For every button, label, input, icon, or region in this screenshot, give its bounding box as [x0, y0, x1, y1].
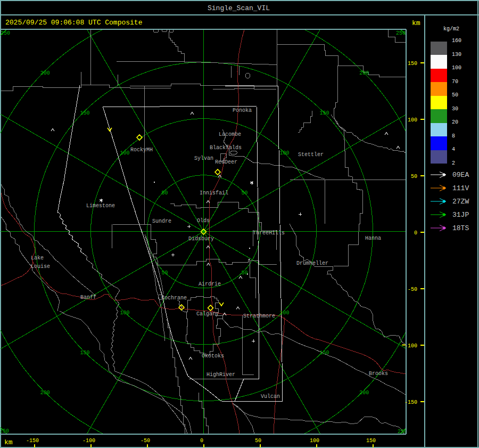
svg-text:Olds: Olds: [197, 218, 210, 224]
svg-text:Hanna: Hanna: [365, 235, 381, 241]
svg-text:Brooks: Brooks: [369, 371, 388, 377]
svg-text:50: 50: [241, 190, 247, 196]
svg-text:200: 200: [359, 70, 369, 76]
svg-text:50: 50: [241, 270, 247, 276]
svg-text:Sylvan: Sylvan: [194, 156, 213, 161]
svg-text:250: 250: [1, 428, 9, 434]
svg-text:RockyMH: RockyMH: [130, 147, 153, 153]
svg-text:Innisfail: Innisfail: [200, 190, 228, 196]
svg-text:Cochrane: Cochrane: [161, 295, 187, 301]
svg-text:Okotoks: Okotoks: [202, 353, 224, 359]
svg-text:Didsbury: Didsbury: [188, 236, 214, 242]
svg-text:100: 100: [279, 150, 289, 156]
svg-text:100: 100: [279, 310, 289, 316]
svg-text:200: 200: [40, 390, 50, 396]
svg-text:ThreeHills: ThreeHills: [253, 230, 285, 236]
svg-text:Drumheller: Drumheller: [296, 260, 328, 266]
svg-text:150: 150: [319, 110, 329, 116]
svg-text:Louise: Louise: [31, 264, 50, 270]
svg-text:Banff: Banff: [80, 295, 96, 300]
svg-text:HighRiver: HighRiver: [207, 372, 235, 378]
svg-text:Ponoka: Ponoka: [233, 108, 252, 113]
svg-text:250: 250: [1, 30, 10, 36]
svg-text:50: 50: [161, 190, 168, 196]
svg-text:200: 200: [40, 70, 50, 76]
svg-text:Blackfalds: Blackfalds: [210, 145, 242, 151]
svg-text:200: 200: [359, 390, 369, 396]
svg-text:Lake: Lake: [31, 255, 44, 261]
svg-text:100: 100: [120, 150, 130, 156]
svg-text:RedDeer: RedDeer: [215, 159, 237, 165]
svg-text:Vulcan: Vulcan: [261, 394, 280, 400]
svg-text:250: 250: [398, 429, 406, 434]
svg-text:Sundre: Sundre: [152, 218, 171, 224]
svg-text:150: 150: [80, 350, 90, 356]
svg-text:Strathmore: Strathmore: [243, 313, 275, 319]
svg-text:50: 50: [161, 270, 168, 276]
svg-text:150: 150: [319, 350, 329, 356]
svg-text:Calgary: Calgary: [196, 311, 219, 317]
svg-text:100: 100: [120, 310, 130, 316]
svg-text:150: 150: [80, 110, 90, 116]
svg-text:Airdrie: Airdrie: [199, 281, 221, 287]
svg-text:Lacombe: Lacombe: [219, 132, 241, 137]
svg-text:Limestone: Limestone: [86, 203, 115, 209]
svg-text:Stettler: Stettler: [298, 152, 324, 158]
svg-text:250: 250: [396, 30, 406, 36]
